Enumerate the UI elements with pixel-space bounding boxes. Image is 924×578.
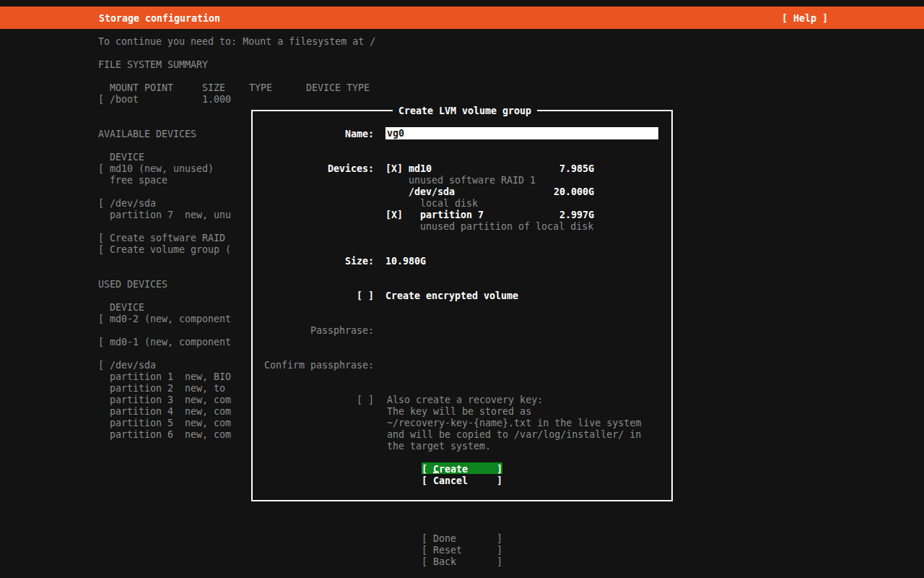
recovery-help-line-2: ~/recovery-key-{name}.txt in the live sy… bbox=[387, 418, 641, 429]
fs-col-type: TYPE bbox=[249, 82, 272, 94]
used-item-partition-1[interactable]: partition 1 new, BIO bbox=[110, 371, 231, 383]
sidebar-item-sda[interactable]: [ /dev/sda bbox=[98, 198, 156, 210]
page-title: Storage configuration bbox=[99, 13, 220, 25]
devices-label: Devices: bbox=[328, 163, 374, 175]
recovery-checkbox[interactable]: [ ] bbox=[357, 394, 374, 406]
used-col-device: DEVICE bbox=[110, 302, 144, 314]
name-label: Name: bbox=[345, 129, 374, 140]
encrypt-label[interactable]: Create encrypted volume bbox=[385, 290, 518, 302]
recovery-help-line-3: and will be copied to /var/log/installer… bbox=[387, 429, 641, 441]
sidebar-item-sda-partition-7[interactable]: partition 7 new, unu bbox=[110, 210, 231, 221]
size-label: Size: bbox=[345, 256, 374, 267]
fs-col-mount-point: MOUNT POINT bbox=[110, 82, 173, 94]
passphrase-label: Passphrase: bbox=[310, 325, 374, 337]
cancel-button[interactable]: [ Cancel ] bbox=[422, 475, 502, 487]
available-col-device: DEVICE bbox=[110, 152, 144, 163]
used-item-partition-2[interactable]: partition 2 new, to bbox=[110, 383, 225, 394]
recovery-help-line-4: the target system. bbox=[387, 441, 491, 452]
confirm-passphrase-label: Confirm passphrase: bbox=[264, 360, 374, 371]
device-checkbox-md10[interactable]: [X] bbox=[385, 163, 403, 175]
create-button[interactable]: [ Create ] bbox=[422, 464, 502, 475]
device-name-sda[interactable]: /dev/sda bbox=[409, 186, 455, 198]
used-item-md0-2[interactable]: [ md0-2 (new, component bbox=[98, 314, 231, 325]
help-button[interactable]: [ Help ] bbox=[782, 13, 828, 25]
size-value: 10.980G bbox=[385, 256, 426, 267]
sidebar-item-md10[interactable]: [ md10 (new, unused) bbox=[98, 163, 214, 175]
device-size-sda: 20.000G bbox=[554, 186, 594, 198]
sidebar-item-create-volume-group[interactable]: [ Create volume group ( bbox=[98, 244, 231, 256]
fs-summary-title: FILE SYSTEM SUMMARY bbox=[98, 59, 208, 71]
device-desc-partition-7: unused partition of local disk bbox=[420, 221, 593, 233]
fs-col-size: SIZE bbox=[202, 82, 225, 94]
recovery-help-line-1: The key will be stored as bbox=[387, 406, 531, 418]
used-item-partition-6[interactable]: partition 6 new, com bbox=[110, 429, 231, 441]
encrypt-checkbox[interactable]: [ ] bbox=[357, 290, 374, 302]
sidebar-item-create-software-raid[interactable]: [ Create software RAID bbox=[98, 233, 225, 244]
back-button[interactable]: [ Back ] bbox=[422, 556, 502, 568]
fs-row-boot-size: 1.000 bbox=[202, 94, 231, 105]
device-desc-sda: local disk bbox=[420, 198, 478, 210]
reset-button[interactable]: [ Reset ] bbox=[422, 545, 502, 556]
name-input[interactable] bbox=[385, 127, 658, 139]
device-name-md10[interactable]: md10 bbox=[409, 163, 432, 175]
used-item-partition-4[interactable]: partition 4 new, com bbox=[110, 406, 231, 418]
used-item-partition-3[interactable]: partition 3 new, com bbox=[110, 394, 231, 406]
used-item-md0-1[interactable]: [ md0-1 (new, component bbox=[98, 337, 231, 348]
fs-col-device-type: DEVICE TYPE bbox=[306, 82, 370, 94]
sidebar-item-md10-free-space[interactable]: free space bbox=[110, 175, 167, 186]
recovery-label: Also create a recovery key: bbox=[387, 394, 543, 406]
device-name-partition-7[interactable]: partition 7 bbox=[420, 210, 484, 221]
status-instruction: To continue you need to: Mount a filesys… bbox=[98, 36, 375, 48]
dialog-title: Create LVM volume group bbox=[393, 105, 537, 117]
device-desc-md10: unused software RAID 1 bbox=[409, 175, 536, 186]
used-item-partition-5[interactable]: partition 5 new, com bbox=[110, 418, 231, 429]
done-button[interactable]: [ Done ] bbox=[422, 533, 502, 545]
used-devices-title: USED DEVICES bbox=[98, 279, 167, 290]
used-item-sda[interactable]: [ /dev/sda bbox=[98, 360, 156, 371]
available-devices-title: AVAILABLE DEVICES bbox=[98, 129, 196, 140]
create-button-cursor bbox=[433, 472, 439, 473]
device-checkbox-partition-7[interactable]: [X] bbox=[385, 210, 403, 221]
device-size-partition-7: 2.997G bbox=[559, 210, 594, 221]
fs-row-boot-mount[interactable]: [ /boot bbox=[98, 94, 139, 105]
device-size-md10: 7.985G bbox=[559, 163, 594, 175]
installer-screen: Storage configuration [ Help ] To contin… bbox=[0, 0, 924, 578]
